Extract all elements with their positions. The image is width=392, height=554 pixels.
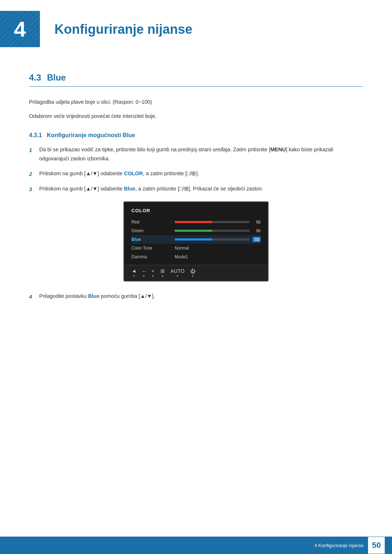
subsection-title: Konfiguriranje mogućnosti Blue	[47, 132, 135, 138]
ctrl-auto: AUTO ▼	[171, 268, 185, 278]
ctrl-minus: – ▼	[142, 268, 146, 278]
content-area: 4.3 Blue Prilagodba udjela plave boje u …	[0, 73, 392, 301]
steps-list: 1 Da bi se prikazao vodič za tipke, prit…	[29, 145, 363, 194]
section-heading: 4.3 Blue	[29, 73, 363, 87]
menu-row-0: Red:50	[131, 218, 261, 226]
menu-key-1: MENU	[270, 147, 286, 152]
step-3: 3 Pritiskom na gumb [▲/▼] odaberite Blue…	[29, 184, 363, 194]
step-1: 1 Da bi se prikazao vodič za tipke, prit…	[29, 145, 363, 163]
menu-rows: Red:50Green:50Blue:50Color Tone:NormalGa…	[131, 218, 261, 261]
chapter-title: Konfiguriranje nijanse	[40, 11, 370, 37]
row-label-4: Gamma	[131, 254, 168, 259]
row-label-0: Red	[131, 219, 168, 225]
chapter-number-block: 4	[0, 11, 40, 47]
step-4-list: 4 Prilagodite postavku Blue pomoću gumba…	[29, 292, 363, 301]
blue-keyword-2: Blue	[88, 293, 99, 299]
step-4: 4 Prilagodite postavku Blue pomoću gumba…	[29, 292, 363, 301]
body-paragraph-2: Odabirom veće vrijednosti povećat ćete i…	[29, 112, 363, 121]
step-number-4: 4	[29, 292, 39, 301]
step-number-3: 3	[29, 185, 39, 194]
ctrl-plus: + ▼	[151, 268, 155, 278]
step-number-1: 1	[29, 145, 39, 155]
step-number-2: 2	[29, 169, 39, 179]
row-label-3: Color Tone	[131, 246, 168, 251]
ctrl-enter: ⊞ ▼	[160, 268, 165, 278]
body-paragraph-1: Prilagodba udjela plave boje u slici. (R…	[29, 98, 363, 107]
ctrl-left: ◄ ▼	[131, 268, 136, 278]
ctrl-power: ⏻ ▼	[190, 268, 195, 278]
subsection-heading: 4.3.1 Konfiguriranje mogućnosti Blue	[29, 132, 363, 139]
menu-row-1: Green:50	[131, 226, 261, 235]
menu-row-2: Blue:50	[131, 235, 261, 244]
step-2: 2 Pritiskom na gumb [▲/▼] odaberite COLO…	[29, 169, 363, 179]
step-text-1: Da bi se prikazao vodič za tipke, pritis…	[39, 145, 363, 163]
monitor-controls: ◄ ▼ – ▼ + ▼ ⊞ ▼ AUTO ▼	[124, 265, 268, 281]
step-text-2: Pritiskom na gumb [▲/▼] odaberite COLOR,…	[39, 169, 363, 178]
chapter-number: 4	[14, 17, 26, 42]
step-text-3: Pritiskom na gumb [▲/▼] odaberite Blue, …	[39, 184, 363, 193]
monitor-mockup-wrapper: COLOR Red:50Green:50Blue:50Color Tone:No…	[29, 201, 363, 282]
footer-page-number: 50	[368, 537, 385, 554]
menu-row-4: Gamma:Mode1	[131, 253, 261, 261]
footer-chapter-text: 4 Konfiguriranje nijanse	[314, 543, 364, 548]
page-footer: 4 Konfiguriranje nijanse 50	[0, 537, 392, 554]
section-number: 4.3	[29, 73, 41, 83]
row-label-1: Green	[131, 228, 168, 233]
subsection-number: 4.3.1	[29, 132, 42, 138]
menu-row-3: Color Tone:Normal	[131, 244, 261, 253]
menu-title: COLOR	[131, 208, 261, 213]
monitor-menu: COLOR Red:50Green:50Blue:50Color Tone:No…	[124, 202, 268, 265]
page-header: 4 Konfiguriranje nijanse	[0, 0, 392, 58]
step-text-4: Prilagodite postavku Blue pomoću gumba […	[39, 292, 363, 301]
color-keyword: COLOR	[124, 171, 143, 176]
blue-keyword: Blue	[124, 186, 135, 192]
row-label-2: Blue	[131, 237, 168, 242]
monitor-mockup: COLOR Red:50Green:50Blue:50Color Tone:No…	[123, 201, 269, 282]
section-title: Blue	[47, 73, 66, 83]
